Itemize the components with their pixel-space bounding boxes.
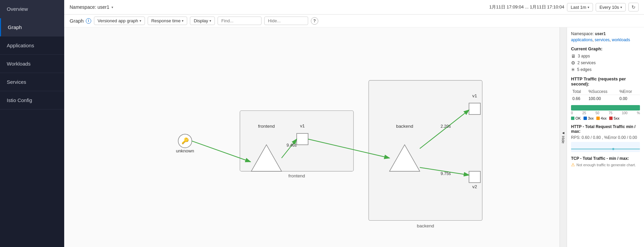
unknown-node-icon: 🔑 (181, 137, 189, 145)
unknown-node-label: unknown (176, 148, 194, 153)
col-error: %Error (618, 89, 640, 95)
frontend-v1-label: v1 (300, 123, 305, 128)
sidebar-item-istio-config[interactable]: Istio Config (0, 91, 64, 109)
last-time-chevron: ▾ (588, 5, 589, 9)
topbar: Namespace: user1 ▾ 1月11日 17:09:04 ... 1月… (64, 0, 644, 15)
sidebar-item-overview[interactable]: Overview (0, 0, 64, 18)
cell-error: 0.00 (618, 95, 640, 103)
display-chevron: ▾ (209, 19, 211, 23)
edge-label-backend-v1: 2.20s (441, 124, 451, 129)
sidebar-item-services[interactable]: Services (0, 73, 64, 91)
bar-track (571, 105, 640, 110)
every-time-dropdown[interactable]: Every 10s ▾ (596, 3, 626, 11)
stat-services: ⚙ 2 services (571, 60, 640, 66)
bar-labels: 0 25 50 75 100 % (571, 111, 640, 115)
graph-info-icon[interactable]: i (86, 18, 91, 24)
panel-link-workloads[interactable]: workloads (612, 38, 630, 42)
namespace-selector[interactable]: Namespace: user1 ▾ (70, 4, 113, 10)
total-request-value: RPS: 0.60 / 0.80 , %Error 0.00 / 0.00 (571, 135, 640, 140)
help-icon[interactable]: ? (311, 17, 318, 25)
main-content: Namespace: user1 ▾ 1月11日 17:09:04 ... 1月… (64, 0, 644, 247)
backend-label: backend (396, 124, 413, 129)
panel-links: applications, services, workloads (571, 38, 640, 42)
frontend-label: frontend (258, 124, 275, 129)
time-controls-area: 1月11日 17:09:04 ... 1月11日 17:10:04 Last 1… (489, 3, 639, 11)
edge-label-frontend-v1: 9.46s (287, 143, 297, 148)
tcp-section: TCP - Total Traffic - min / max: ⚠ Not e… (571, 156, 640, 167)
backend-v1-label: v1 (472, 93, 477, 98)
cell-total: 0.66 (571, 95, 587, 103)
toolbar-left: Graph i Versioned app graph ▾ Response t… (70, 17, 639, 25)
legend-5xx: 5xx (609, 116, 619, 120)
legend-ok: OK (571, 116, 581, 120)
content-area: frontend backend 🔑 unknown frontend v1 b… (64, 27, 644, 247)
panel-stats: 🖥 3 apps ⚙ 2 services ✳ 5 edges (571, 53, 640, 72)
stat-edges: ✳ 5 edges (571, 67, 640, 72)
frontend-group-label: frontend (289, 173, 305, 178)
legend-4xx: 4xx (596, 116, 606, 120)
edges-icon: ✳ (571, 67, 575, 72)
services-icon: ⚙ (571, 60, 575, 66)
http-traffic-table: Total %Success %Error 0.66 100.00 0.00 (571, 89, 640, 102)
panel-namespace: Namespace: user1 (571, 31, 640, 36)
apps-icon: 🖥 (571, 53, 576, 59)
mini-chart-line (571, 149, 640, 149)
find-input[interactable] (218, 17, 262, 25)
tcp-title: TCP - Total Traffic - min / max: (571, 156, 640, 161)
sidebar-item-workloads[interactable]: Workloads (0, 55, 64, 73)
bar-fill-ok (571, 105, 640, 110)
display-dropdown[interactable]: Display ▾ (190, 17, 215, 25)
mini-chart (571, 142, 640, 152)
col-total: Total (571, 89, 587, 95)
sidebar: Overview Graph Applications Workloads Se… (0, 0, 64, 247)
timestamp: 1月11日 17:09:04 ... 1月11日 17:10:04 (489, 4, 564, 10)
http-traffic-section: HTTP Traffic (requests per second): Tota… (571, 76, 640, 120)
namespace-chevron: ▾ (112, 5, 113, 9)
warning-icon: ⚠ (571, 162, 575, 167)
legend-dot-3xx (584, 117, 587, 120)
backend-v2-box (469, 171, 480, 183)
sidebar-item-graph[interactable]: Graph (0, 18, 64, 36)
legend-dot-4xx (596, 117, 600, 120)
bar-chart: 0 25 50 75 100 % OK (571, 105, 640, 120)
graph-area[interactable]: frontend backend 🔑 unknown frontend v1 b… (64, 27, 560, 247)
panel-content: Namespace: user1 applications, services,… (567, 27, 644, 247)
total-request-title: HTTP - Total Request Traffic min / max: (571, 124, 640, 134)
backend-v1-box (469, 103, 480, 115)
refresh-button[interactable]: ↻ (628, 3, 639, 11)
right-panel: ◄ Hide Namespace: user1 applications, se… (560, 27, 644, 247)
every-time-chevron: ▾ (620, 5, 622, 9)
response-time-chevron: ▾ (182, 19, 183, 23)
response-time-dropdown[interactable]: Response time ▾ (148, 17, 188, 25)
graph-controls-bar: Graph i Versioned app graph ▾ Response t… (64, 15, 644, 27)
legend-3xx: 3xx (584, 116, 594, 120)
current-graph-title: Current Graph: (571, 46, 640, 51)
panel-link-services[interactable]: services (595, 38, 610, 42)
legend-dot-5xx (609, 117, 613, 120)
graph-type-chevron: ▾ (140, 19, 141, 23)
graph-type-dropdown[interactable]: Versioned app graph ▾ (94, 17, 145, 25)
legend-dot-ok (571, 117, 574, 120)
cell-success: 100.00 (587, 95, 618, 103)
tcp-warning: ⚠ Not enough traffic to generate chart. (571, 162, 640, 167)
backend-v2-label: v2 (472, 184, 477, 189)
mini-chart-dot (612, 148, 614, 150)
bar-legend: OK 3xx 4xx (571, 116, 640, 120)
stat-apps: 🖥 3 apps (571, 53, 640, 59)
last-time-dropdown[interactable]: Last 1m ▾ (567, 3, 593, 11)
panel-link-applications[interactable]: applications (571, 38, 592, 42)
hide-input[interactable] (264, 17, 308, 25)
sidebar-item-applications[interactable]: Applications (0, 36, 64, 55)
backend-group-box (369, 80, 482, 221)
http-traffic-title: HTTP Traffic (requests per second): (571, 76, 640, 87)
http-row: 0.66 100.00 0.00 (571, 95, 640, 103)
backend-group-label: backend (417, 223, 434, 228)
graph-title: Graph i (70, 18, 91, 24)
panel-hide-button[interactable]: ◄ Hide (560, 27, 567, 247)
edge-label-backend-v2: 9.75s (441, 171, 451, 176)
graph-svg: frontend backend 🔑 unknown frontend v1 b… (64, 27, 560, 247)
namespace-label: Namespace: user1 (70, 4, 109, 10)
frontend-v1-box (297, 133, 308, 145)
total-request-section: HTTP - Total Request Traffic min / max: … (571, 124, 640, 152)
col-success: %Success (587, 89, 618, 95)
